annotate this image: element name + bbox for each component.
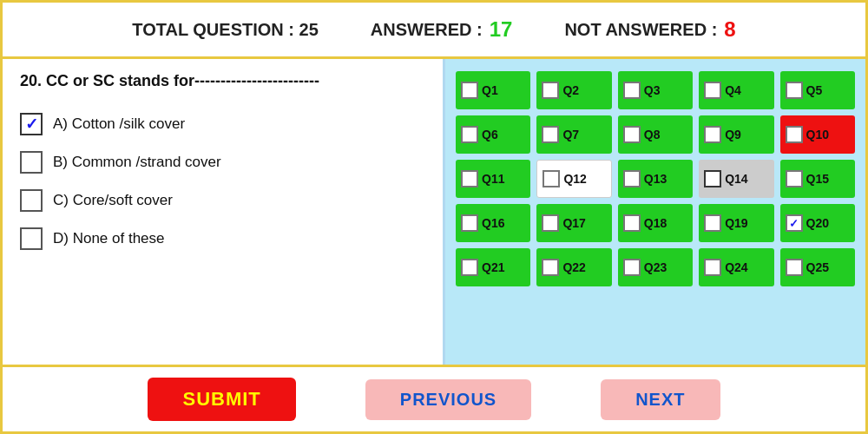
- q-cell-q23[interactable]: Q23: [618, 248, 693, 286]
- answered-label: ANSWERED :: [371, 20, 483, 40]
- q-checkbox-q14[interactable]: [704, 170, 721, 187]
- q-label-q7: Q7: [562, 128, 579, 141]
- q-cell-q10[interactable]: Q10: [780, 115, 855, 154]
- q-label-q4: Q4: [725, 83, 741, 97]
- q-label-q23: Q23: [644, 260, 667, 274]
- q-checkbox-q7[interactable]: [542, 126, 559, 143]
- q-cell-q8[interactable]: Q8: [618, 115, 693, 154]
- q-cell-q2[interactable]: Q2: [536, 71, 611, 109]
- option-c-checkbox[interactable]: [20, 189, 43, 212]
- q-checkbox-q16[interactable]: [461, 214, 478, 232]
- q-label-q1: Q1: [482, 83, 498, 97]
- q-cell-q18[interactable]: Q18: [618, 204, 693, 242]
- total-question-stat: TOTAL QUESTION : 25: [132, 20, 318, 40]
- option-d-label: D) None of these: [53, 230, 165, 247]
- q-cell-q12[interactable]: Q12: [536, 160, 611, 198]
- q-checkbox-q11[interactable]: [461, 170, 478, 187]
- option-d-row[interactable]: D) None of these: [20, 227, 425, 250]
- q-label-q21: Q21: [482, 260, 504, 274]
- previous-button[interactable]: PREVIOUS: [365, 379, 531, 420]
- q-checkbox-q19[interactable]: [704, 214, 721, 232]
- q-cell-q24[interactable]: Q24: [699, 248, 773, 286]
- option-a-row[interactable]: ✓ A) Cotton /silk cover: [20, 113, 425, 135]
- q-label-q5: Q5: [806, 83, 823, 97]
- q-cell-q5[interactable]: Q5: [780, 71, 855, 109]
- app-container: TOTAL QUESTION : 25 ANSWERED : 17 NOT AN…: [0, 0, 868, 434]
- q-checkbox-q18[interactable]: [623, 214, 641, 232]
- q-cell-q6[interactable]: Q6: [456, 115, 530, 154]
- q-checkbox-q1[interactable]: [461, 82, 478, 99]
- header: TOTAL QUESTION : 25 ANSWERED : 17 NOT AN…: [3, 3, 865, 59]
- q-cell-q1[interactable]: Q1: [456, 71, 530, 109]
- q-cell-q11[interactable]: Q11: [456, 160, 530, 198]
- next-button[interactable]: NEXT: [601, 379, 720, 420]
- q-checkmark-q20: ✓: [789, 217, 799, 230]
- q-checkbox-q6[interactable]: [461, 126, 478, 143]
- q-label-q25: Q25: [806, 260, 829, 274]
- q-checkbox-q4[interactable]: [704, 82, 721, 99]
- q-cell-q21[interactable]: Q21: [456, 248, 530, 286]
- left-panel: 20. CC or SC stands for-----------------…: [3, 59, 445, 365]
- not-answered-label: NOT ANSWERED :: [564, 20, 717, 40]
- q-checkbox-q20[interactable]: ✓: [786, 214, 803, 232]
- option-b-checkbox[interactable]: [20, 151, 43, 174]
- q-cell-q17[interactable]: Q17: [536, 204, 611, 242]
- not-answered-value: 8: [724, 17, 735, 42]
- q-label-q19: Q19: [725, 216, 747, 230]
- q-cell-q3[interactable]: Q3: [618, 71, 693, 109]
- answered-stat: ANSWERED : 17: [371, 17, 513, 42]
- q-label-q3: Q3: [644, 83, 661, 97]
- answered-value: 17: [490, 17, 513, 42]
- q-label-q13: Q13: [644, 172, 667, 186]
- submit-button[interactable]: SUBMIT: [148, 378, 295, 421]
- q-cell-q9[interactable]: Q9: [699, 115, 773, 154]
- total-question-label: TOTAL QUESTION : 25: [132, 20, 318, 40]
- q-checkbox-q3[interactable]: [623, 82, 641, 99]
- question-grid: Q1Q2Q3Q4Q5Q6Q7Q8Q9Q10Q11Q12Q13Q14Q15Q16Q…: [456, 71, 855, 286]
- q-cell-q15[interactable]: Q15: [780, 160, 855, 198]
- q-checkbox-q10[interactable]: [786, 126, 803, 143]
- q-checkbox-q24[interactable]: [704, 259, 721, 276]
- q-label-q14: Q14: [725, 172, 747, 186]
- q-cell-q25[interactable]: Q25: [780, 248, 855, 286]
- q-label-q22: Q22: [562, 260, 585, 274]
- q-cell-q13[interactable]: Q13: [618, 160, 693, 198]
- option-c-label: C) Core/soft cover: [53, 192, 173, 209]
- q-cell-q22[interactable]: Q22: [536, 248, 611, 286]
- option-b-label: B) Common /strand cover: [53, 154, 221, 171]
- q-checkbox-q13[interactable]: [623, 170, 641, 187]
- option-c-row[interactable]: C) Core/soft cover: [20, 189, 425, 212]
- q-label-q16: Q16: [482, 216, 504, 230]
- q-checkbox-q23[interactable]: [623, 259, 641, 276]
- option-d-checkbox[interactable]: [20, 227, 43, 250]
- q-checkbox-q9[interactable]: [704, 126, 721, 143]
- option-a-checkbox[interactable]: ✓: [20, 113, 43, 135]
- q-label-q24: Q24: [725, 260, 747, 274]
- q-label-q18: Q18: [644, 216, 667, 230]
- q-cell-q7[interactable]: Q7: [536, 115, 611, 154]
- q-label-q6: Q6: [482, 128, 498, 141]
- q-cell-q14[interactable]: Q14: [699, 160, 773, 198]
- q-checkbox-q25[interactable]: [786, 259, 803, 276]
- q-checkbox-q21[interactable]: [461, 259, 478, 276]
- q-cell-q19[interactable]: Q19: [699, 204, 773, 242]
- q-checkbox-q2[interactable]: [542, 82, 559, 99]
- q-label-q8: Q8: [644, 128, 661, 141]
- q-cell-q20[interactable]: ✓Q20: [780, 204, 855, 242]
- option-a-checkmark: ✓: [25, 116, 38, 132]
- footer: SUBMIT PREVIOUS NEXT: [3, 365, 865, 431]
- q-checkbox-q17[interactable]: [542, 214, 559, 232]
- q-checkbox-q15[interactable]: [786, 170, 803, 187]
- q-label-q9: Q9: [725, 128, 741, 141]
- q-checkbox-q8[interactable]: [623, 126, 641, 143]
- option-b-row[interactable]: B) Common /strand cover: [20, 151, 425, 174]
- right-panel: Q1Q2Q3Q4Q5Q6Q7Q8Q9Q10Q11Q12Q13Q14Q15Q16Q…: [445, 59, 865, 365]
- q-checkbox-q22[interactable]: [542, 259, 559, 276]
- q-checkbox-q12[interactable]: [542, 170, 560, 187]
- q-cell-q4[interactable]: Q4: [699, 71, 773, 109]
- q-label-q17: Q17: [562, 216, 585, 230]
- q-cell-q16[interactable]: Q16: [456, 204, 530, 242]
- q-checkbox-q5[interactable]: [786, 82, 803, 99]
- q-label-q11: Q11: [482, 172, 504, 186]
- not-answered-stat: NOT ANSWERED : 8: [564, 17, 735, 42]
